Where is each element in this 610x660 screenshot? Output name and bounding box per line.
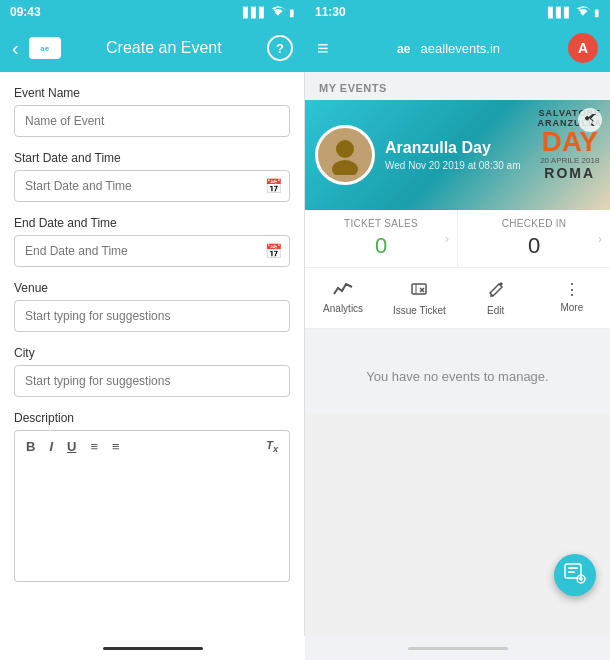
unordered-list-button[interactable]: ≡ [109, 437, 123, 456]
battery-icon-right: ▮ [594, 7, 600, 18]
page-title: Create an Event [71, 39, 257, 57]
avatar-initial: A [578, 40, 588, 56]
start-date-wrapper: 📅 [14, 170, 290, 202]
issue-ticket-label: Issue Ticket [393, 305, 446, 316]
analytics-label: Analytics [323, 303, 363, 314]
no-events-message: You have no events to manage. [305, 339, 610, 414]
signal-icon: ▋▋▋ [243, 7, 267, 18]
help-button[interactable]: ? [267, 35, 293, 61]
event-card-image: Aranzulla Day Wed Nov 20 2019 at 08:30 a… [305, 100, 610, 210]
brand-name: aeallevents.in [421, 41, 501, 56]
right-time: 11:30 [315, 5, 346, 19]
help-icon: ? [276, 41, 284, 56]
clear-format-button[interactable]: Tx [263, 437, 281, 456]
right-panel-wrapper: MY EVENTS Aranzulla Day Wed Nov 20 2019 … [305, 72, 610, 636]
svg-rect-7 [568, 567, 578, 569]
app-logo-left: ae [29, 37, 61, 59]
action-row: Analytics Issue Ticket [305, 268, 610, 329]
issue-ticket-icon [410, 280, 428, 302]
hamburger-menu[interactable]: ≡ [317, 37, 329, 60]
edit-icon [487, 280, 505, 302]
venue-input[interactable] [14, 300, 290, 332]
svg-point-1 [336, 140, 354, 158]
event-name-display: Aranzulla Day [385, 139, 520, 157]
right-navbar: ≡ ae aeallevents.in A [305, 24, 610, 72]
checked-in-value: 0 [528, 233, 540, 259]
fab-button[interactable] [554, 554, 596, 596]
venue-label: Venue [14, 281, 290, 295]
ticket-sales-stat[interactable]: TICKET SALES 0 › [305, 210, 458, 267]
no-events-text: You have no events to manage. [366, 369, 548, 384]
svg-point-2 [332, 160, 358, 175]
end-date-group: End Date and Time 📅 [14, 216, 290, 267]
edit-button[interactable]: Edit [458, 276, 534, 320]
home-indicator-left [103, 647, 203, 650]
city-input[interactable] [14, 365, 290, 397]
share-button[interactable] [578, 108, 602, 132]
bottom-bar-right [305, 636, 610, 660]
more-icon: ⋮ [564, 280, 580, 299]
more-label: More [560, 302, 583, 313]
event-bg-roma: ROMA [538, 165, 603, 181]
city-label: City [14, 346, 290, 360]
italic-button[interactable]: I [46, 437, 56, 456]
create-event-panel: Event Name Start Date and Time 📅 End Dat… [0, 72, 305, 636]
checked-in-label: CHECKED IN [502, 218, 567, 229]
brand-logo: ae aeallevents.in [397, 41, 501, 56]
stats-row: TICKET SALES 0 › CHECKED IN 0 › [305, 210, 610, 268]
description-group: Description B I U ≡ ≡ Tx [14, 411, 290, 586]
ordered-list-button[interactable]: ≡ [87, 437, 101, 456]
edit-label: Edit [487, 305, 504, 316]
wifi-icon [271, 6, 285, 19]
checked-in-stat[interactable]: CHECKED IN 0 › [458, 210, 610, 267]
venue-group: Venue [14, 281, 290, 332]
fab-icon [564, 562, 586, 589]
underline-button[interactable]: U [64, 437, 79, 456]
user-avatar[interactable]: A [568, 33, 598, 63]
description-textarea[interactable] [14, 462, 290, 582]
event-organizer-avatar [315, 125, 375, 185]
start-date-input[interactable] [14, 170, 290, 202]
left-status-bar: 09:43 ▋▋▋ ▮ [0, 0, 305, 24]
rich-text-toolbar: B I U ≡ ≡ Tx [14, 430, 290, 462]
right-status-bar: 11:30 ▋▋▋ ▮ [305, 0, 610, 24]
end-date-calendar-icon[interactable]: 📅 [265, 243, 282, 259]
issue-ticket-button[interactable]: Issue Ticket [381, 276, 457, 320]
analytics-icon [333, 280, 353, 300]
battery-icon-left: ▮ [289, 7, 295, 18]
end-date-label: End Date and Time [14, 216, 290, 230]
back-button[interactable]: ‹ [12, 37, 19, 60]
city-group: City [14, 346, 290, 397]
event-bg-date: 20 APRILE 2018 [538, 156, 603, 165]
ticket-sales-arrow: › [445, 232, 449, 246]
event-bg-day: DAY [538, 128, 603, 156]
start-date-calendar-icon[interactable]: 📅 [265, 178, 282, 194]
left-time: 09:43 [10, 5, 41, 19]
right-panel: MY EVENTS Aranzulla Day Wed Nov 20 2019 … [305, 72, 610, 414]
right-status-icons: ▋▋▋ ▮ [548, 6, 600, 19]
more-button[interactable]: ⋮ More [534, 276, 610, 320]
left-navbar: ‹ ae Create an Event ? [0, 24, 305, 72]
start-date-group: Start Date and Time 📅 [14, 151, 290, 202]
signal-icon-right: ▋▋▋ [548, 7, 572, 18]
my-events-header: MY EVENTS [305, 72, 610, 100]
wifi-icon-right [576, 6, 590, 19]
svg-rect-8 [568, 571, 575, 573]
ticket-sales-value: 0 [375, 233, 387, 259]
logo-text: ae [40, 44, 49, 53]
end-date-wrapper: 📅 [14, 235, 290, 267]
event-name-group: Event Name [14, 86, 290, 137]
left-status-icons: ▋▋▋ ▮ [243, 6, 295, 19]
end-date-input[interactable] [14, 235, 290, 267]
event-date-display: Wed Nov 20 2019 at 08:30 am [385, 160, 520, 171]
event-name-input[interactable] [14, 105, 290, 137]
ticket-sales-label: TICKET SALES [344, 218, 418, 229]
analytics-button[interactable]: Analytics [305, 276, 381, 320]
description-label: Description [14, 411, 290, 425]
bold-button[interactable]: B [23, 437, 38, 456]
svg-text:ae: ae [397, 42, 411, 55]
home-indicator-right [408, 647, 508, 650]
bottom-bar-left [0, 636, 305, 660]
event-card: Aranzulla Day Wed Nov 20 2019 at 08:30 a… [305, 100, 610, 329]
start-date-label: Start Date and Time [14, 151, 290, 165]
